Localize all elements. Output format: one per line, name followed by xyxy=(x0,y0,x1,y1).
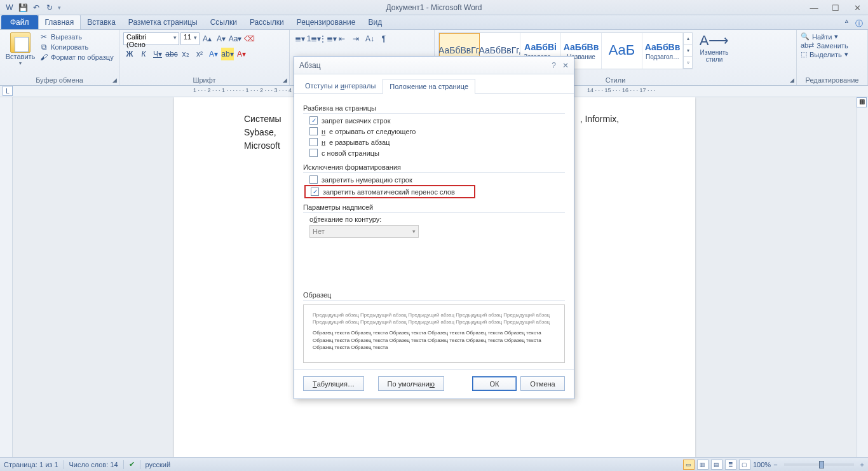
checkbox-no-hyphenation-label[interactable]: запретить автоматический перенос слов xyxy=(323,188,455,196)
redo-icon[interactable]: ↻ xyxy=(44,2,55,13)
styles-spinner[interactable]: ▴▾▿ xyxy=(683,33,692,69)
grow-font-icon[interactable]: A▴ xyxy=(201,32,214,45)
dialog-buttons: Табуляция… По умолчанию ОК Отмена xyxy=(294,369,574,399)
view-read-icon[interactable]: ▥ xyxy=(697,460,709,470)
indent-dec-icon[interactable]: ⇤ xyxy=(336,32,348,45)
checkbox-suppress-line-numbers[interactable]: запретить нумерацию строк xyxy=(303,175,565,184)
shrink-font-icon[interactable]: A▾ xyxy=(215,32,227,45)
copy-button[interactable]: ⧉Копировать xyxy=(39,43,114,51)
checkbox-keep-with-next[interactable]: не отрывать от следующего xyxy=(303,127,565,135)
cancel-button[interactable]: Отмена xyxy=(520,376,565,391)
strike-button[interactable]: abc xyxy=(165,48,178,60)
status-language[interactable]: русский xyxy=(146,461,170,468)
bullets-icon[interactable]: ≣▾ xyxy=(294,32,306,45)
tab-references[interactable]: Ссылки xyxy=(204,15,243,29)
word-icon[interactable]: W xyxy=(4,2,15,13)
tab-file[interactable]: Файл xyxy=(1,15,38,29)
minimize-button[interactable]: — xyxy=(803,0,825,15)
zoom-in-button[interactable]: + xyxy=(860,461,864,468)
quick-access-toolbar: W 💾 ↶ ↻ ▾ xyxy=(0,2,61,13)
checkbox-widow-control[interactable]: запрет висячих строк xyxy=(303,116,565,125)
spell-check-icon[interactable]: ✔ xyxy=(129,460,135,468)
tab-home[interactable]: Главная xyxy=(38,15,81,29)
dialog-titlebar[interactable]: Абзац ? ✕ xyxy=(294,57,574,74)
change-case-icon[interactable]: Aa▾ xyxy=(229,32,241,45)
bold-button[interactable]: Ж xyxy=(123,48,136,60)
change-styles-icon: A⟶ xyxy=(700,32,729,49)
ribbon-tabs: Файл Главная Вставка Разметка страницы С… xyxy=(0,15,868,30)
default-button[interactable]: По умолчанию xyxy=(378,376,444,391)
text-effects-icon[interactable]: A▾ xyxy=(207,48,220,60)
checkbox-keep-lines-together[interactable]: не разрывать абзац xyxy=(303,138,565,146)
undo-icon[interactable]: ↶ xyxy=(31,2,42,13)
status-word-count[interactable]: Число слов: 14 xyxy=(69,461,118,468)
cut-button[interactable]: ✂Вырезать xyxy=(39,32,114,41)
tab-insert[interactable]: Вставка xyxy=(81,15,122,29)
zoom-slider[interactable] xyxy=(784,463,854,466)
find-button[interactable]: 🔍Найти ▾ xyxy=(801,32,864,41)
vertical-ruler[interactable] xyxy=(0,97,13,457)
minimize-ribbon-icon[interactable]: ᐞ xyxy=(844,18,849,29)
tabs-button[interactable]: Табуляция… xyxy=(303,376,364,391)
checkbox-page-break-before[interactable]: с новой страницы xyxy=(303,149,565,157)
font-launcher-icon[interactable]: ◢ xyxy=(283,77,287,83)
brush-icon: 🖌 xyxy=(39,53,48,62)
help-icon[interactable]: ⓘ xyxy=(855,18,863,29)
tab-indents-spacing[interactable]: Отступы и интервалы xyxy=(298,78,383,93)
zoom-level[interactable]: 100% xyxy=(753,461,771,468)
multilevel-icon[interactable]: ⋮≣▾ xyxy=(322,32,334,45)
superscript-button[interactable]: x² xyxy=(193,48,206,60)
clear-format-icon[interactable]: ⌫ xyxy=(243,32,255,45)
show-marks-icon[interactable]: ¶ xyxy=(377,32,390,45)
window-controls: — ☐ ✕ xyxy=(803,0,868,15)
format-painter-button[interactable]: 🖌Формат по образцу xyxy=(39,53,114,62)
font-color-icon[interactable]: A▾ xyxy=(235,48,248,60)
tab-page-layout[interactable]: Разметка страницы xyxy=(122,15,204,29)
close-button[interactable]: ✕ xyxy=(846,0,868,15)
sort-icon[interactable]: A↓ xyxy=(363,32,376,45)
tab-line-page-breaks[interactable]: Положение на странице xyxy=(383,79,475,94)
view-web-icon[interactable]: ▤ xyxy=(711,460,722,470)
replace-button[interactable]: ab⇄Заменить xyxy=(801,41,864,50)
tab-review[interactable]: Рецензирование xyxy=(290,15,362,29)
wrap-label: обтекание по контуру: xyxy=(303,215,565,223)
checkbox-icon[interactable] xyxy=(311,188,319,196)
group-clipboard: Вставить ▾ ✂Вырезать ⧉Копировать 🖌Формат… xyxy=(0,30,119,85)
dialog-close-icon[interactable]: ✕ xyxy=(562,61,569,70)
change-styles-button[interactable]: A⟶ Изменить стили xyxy=(696,32,732,69)
checkbox-no-hyphenation-highlight: запретить автоматический перенос слов xyxy=(304,185,475,198)
highlight-icon[interactable]: ab▾ xyxy=(221,48,234,60)
tab-selector[interactable]: L xyxy=(3,86,13,96)
tab-view[interactable]: Вид xyxy=(362,15,388,29)
select-button[interactable]: ⬚Выделить ▾ xyxy=(801,50,864,58)
dialog-help-icon[interactable]: ? xyxy=(552,61,556,70)
checkbox-icon xyxy=(309,149,318,157)
vertical-scrollbar[interactable]: ▦ xyxy=(857,97,868,457)
clipboard-launcher-icon[interactable]: ◢ xyxy=(112,77,117,83)
style-heading-big[interactable]: АаБ xyxy=(602,33,642,69)
ruler-toggle-icon[interactable]: ▦ xyxy=(857,97,867,107)
font-name-combo[interactable]: Calibri (Осно xyxy=(123,32,179,45)
dialog-tabs: Отступы и интервалы Положение на страниц… xyxy=(294,74,574,94)
maximize-button[interactable]: ☐ xyxy=(825,0,846,15)
section-formatting-exceptions: Исключения форматирования xyxy=(303,163,565,173)
view-draft-icon[interactable]: ▢ xyxy=(739,460,750,470)
save-icon[interactable]: 💾 xyxy=(17,2,29,13)
status-page[interactable]: Страница: 1 из 1 xyxy=(4,461,58,468)
checkbox-icon xyxy=(309,175,318,184)
zoom-out-button[interactable]: − xyxy=(773,461,777,468)
ok-button[interactable]: ОК xyxy=(472,376,517,391)
italic-button[interactable]: К xyxy=(137,48,150,60)
indent-inc-icon[interactable]: ⇥ xyxy=(349,32,362,45)
view-print-icon[interactable]: ▭ xyxy=(683,460,695,470)
font-size-combo[interactable]: 11 xyxy=(180,32,200,45)
styles-launcher-icon[interactable]: ◢ xyxy=(790,77,794,83)
paste-button[interactable]: Вставить ▾ xyxy=(4,32,37,66)
numbering-icon[interactable]: 1≣▾ xyxy=(308,32,320,45)
subscript-button[interactable]: x₂ xyxy=(179,48,192,60)
tab-mailings[interactable]: Рассылки xyxy=(243,15,290,29)
underline-button[interactable]: Ч▾ xyxy=(151,48,164,60)
style-subtitle[interactable]: АаБбВвПодзагол… xyxy=(642,33,683,69)
qat-dropdown-icon[interactable]: ▾ xyxy=(57,4,61,11)
view-outline-icon[interactable]: ≣ xyxy=(725,460,736,470)
